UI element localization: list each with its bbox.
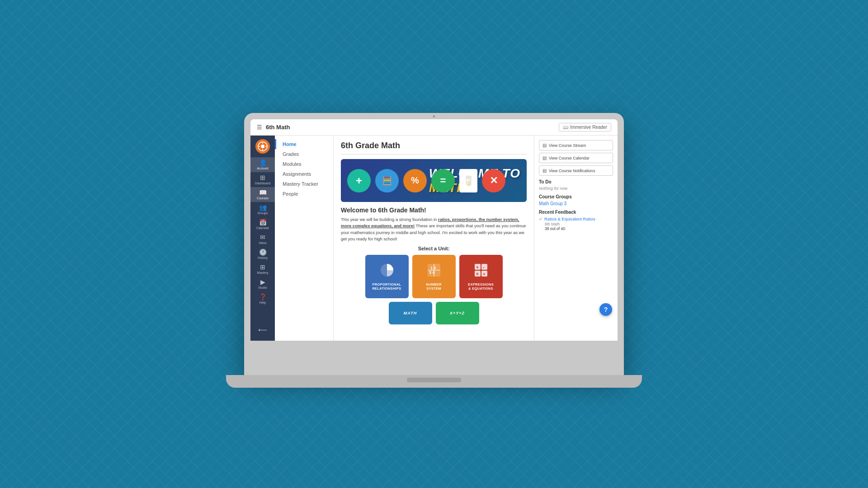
milk-icon: 🥛 [459,169,477,192]
laptop-base [226,375,642,388]
sidebar: 👤 Account ⊞ Dashboard 📖 Courses 👥 Groups [250,136,275,341]
immersive-reader-button[interactable]: 📖 Immersive Reader [559,123,611,131]
top-bar: ☰ 6th Math 📖 Immersive Reader [250,119,618,136]
unit-label-xyz: X+Y=Z [450,311,465,315]
number-system-icon: 1 2 3 4 [427,263,441,280]
feedback-course: 6th Math [539,222,613,226]
svg-text:-: - [483,265,484,270]
unit-card-expressions[interactable]: + - × ÷ EXPRESSIONS& EQUA [459,255,503,298]
course-group-link[interactable]: Math Group 3 [539,201,613,206]
svg-text:÷: ÷ [483,272,486,277]
percent-icon-circle: % [403,169,427,192]
sidebar-logo [255,139,270,154]
unit-card-math[interactable]: MATH [389,302,432,324]
sidebar-item-courses[interactable]: 📖 Courses [250,187,275,202]
left-nav: Home Grades Modules Assignments Mastery … [275,136,334,341]
sidebar-item-mastery[interactable]: ⊞ Mastery [250,262,275,277]
account-icon: 👤 [259,160,267,166]
top-bar-left: ☰ 6th Math [257,124,290,131]
units-heading: Select a Unit: [341,246,527,251]
sidebar-item-history[interactable]: 🕐 History [250,247,275,262]
help-fab-button[interactable]: ? [599,303,612,316]
calendar-icon: 📅 [259,219,267,225]
sidebar-label-account: Account [257,167,268,170]
plus-icon-circle: + [347,169,371,192]
sidebar-item-studio[interactable]: ▶ Studio [250,277,275,291]
sidebar-item-help[interactable]: ❓ Help [250,291,275,306]
welcome-text-section: Welcome to 6th Grade Math! This year we … [341,206,527,242]
sidebar-item-calendar[interactable]: 📅 Calendar [250,217,275,232]
calculator-icon: 🧮 [382,176,392,186]
todo-title: To Do [539,179,613,184]
studio-icon: ▶ [260,279,265,285]
nav-item-modules[interactable]: Modules [275,159,333,169]
feedback-item-name: Ratios & Equivalent Ratios [544,216,595,221]
svg-point-1 [261,145,264,148]
feedback-check-icon: ✓ [539,217,542,221]
main-content: 6th Grade Math + 🧮 [334,136,534,341]
svg-text:×: × [476,272,479,277]
proportional-icon [380,263,394,280]
inbox-icon: ✉ [260,234,265,240]
sidebar-item-dashboard[interactable]: ⊞ Dashboard [250,172,275,187]
expressions-icon: + - × ÷ [474,263,488,280]
top-bar-title: 6th Math [266,124,290,131]
view-course-notifications-button[interactable]: ▤ View Course Notifications [539,165,613,176]
x-icon-circle: ✕ [482,169,505,192]
course-groups-title: Course Groups [539,194,613,199]
svg-rect-14 [481,264,487,270]
help-icon: ❓ [259,294,267,300]
sidebar-label-inbox: Inbox [259,241,266,244]
banner-icons: + 🧮 % = 🥛 [347,169,505,192]
welcome-banner: + 🧮 % = 🥛 [341,159,527,202]
notifications-icon: ▤ [542,168,547,173]
feedback-score: 38 out of 40 [539,226,613,231]
camera-dot [433,115,435,117]
mastery-icon: ⊞ [260,264,265,270]
unit-card-number-system[interactable]: 1 2 3 4 NUMBERSYSTEM [412,255,456,298]
units-grid: PROPORTIONALRELATIONSHIPS 1 2 3 4 [341,255,527,298]
stream-icon: ▤ [542,143,547,148]
plus-icon: + [356,174,362,187]
screen-content: ☰ 6th Math 📖 Immersive Reader [250,119,618,341]
nav-item-grades[interactable]: Grades [275,149,333,159]
sidebar-collapse-button[interactable]: ⟵ [255,323,271,337]
feedback-item-title[interactable]: ✓ Ratios & Equivalent Ratios [539,216,613,221]
sidebar-item-inbox[interactable]: ✉ Inbox [250,232,275,247]
todo-text: Nothing for now [539,186,613,191]
immersive-reader-icon: 📖 [563,125,568,130]
x-icon: ✕ [490,175,498,187]
title-divider [341,154,527,155]
welcome-body: This year we will be building a strong f… [341,216,527,242]
view-course-calendar-button[interactable]: ▤ View Course Calendar [539,153,613,163]
more-units-grid: MATH X+Y=Z [341,302,527,324]
svg-text:+: + [476,265,479,270]
view-course-stream-button[interactable]: ▤ View Course Stream [539,140,613,150]
nav-item-people[interactable]: People [275,189,333,199]
unit-label-expressions: EXPRESSIONS& EQUATIONS [468,282,494,291]
sidebar-item-groups[interactable]: 👥 Groups [250,202,275,217]
unit-card-xyz[interactable]: X+Y=Z [436,302,479,324]
recent-feedback-title: Recent Feedback [539,210,613,215]
svg-text:1 2: 1 2 [430,266,436,270]
history-icon: 🕐 [259,249,267,255]
nav-item-mastery-tracker[interactable]: Mastery Tracker [275,179,333,189]
calendar-btn-label: View Course Calendar [549,156,590,160]
nav-item-assignments[interactable]: Assignments [275,169,333,179]
sidebar-label-mastery: Mastery [257,271,269,274]
dashboard-icon: ⊞ [260,174,265,181]
sidebar-label-help: Help [259,301,266,304]
sidebar-label-dashboard: Dashboard [255,182,270,185]
sidebar-item-account[interactable]: 👤 Account [250,157,275,172]
nav-item-home[interactable]: Home [275,139,333,149]
immersive-reader-label: Immersive Reader [570,125,607,130]
unit-label-proportional: PROPORTIONALRELATIONSHIPS [372,282,401,291]
unit-card-proportional[interactable]: PROPORTIONALRELATIONSHIPS [365,255,409,298]
sidebar-label-courses: Courses [257,197,269,200]
stream-label: View Course Stream [549,143,586,148]
main-layout: 👤 Account ⊞ Dashboard 📖 Courses 👥 Groups [250,136,618,341]
unit-label-math: MATH [404,311,417,315]
laptop-screen: ☰ 6th Math 📖 Immersive Reader [250,119,618,341]
hamburger-icon[interactable]: ☰ [257,124,262,131]
sidebar-label-studio: Studio [258,286,267,289]
